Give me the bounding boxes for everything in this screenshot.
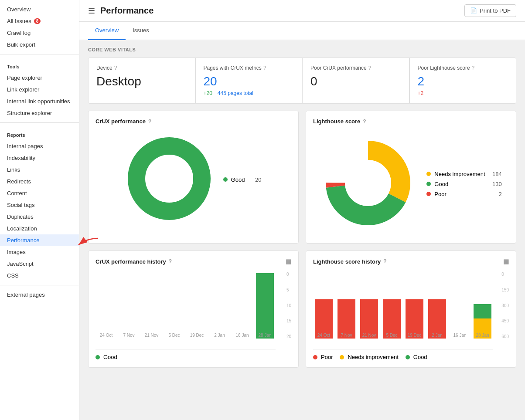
bar-wrap: 16 Jan <box>232 272 253 339</box>
sidebar-item-css[interactable]: CSS <box>0 270 79 281</box>
legend-label: Good <box>103 354 117 360</box>
sidebar-label: Content <box>7 190 27 196</box>
x-label: 21 Nov <box>362 333 376 338</box>
sidebar-item-overview[interactable]: Overview <box>0 3 79 15</box>
x-label: 2 Jan <box>432 333 442 338</box>
bar-wrap: 24 Oct <box>95 272 117 339</box>
crux-history-chart-icon[interactable]: ▦ <box>286 258 291 265</box>
sidebar-item-javascript[interactable]: JavaScript <box>0 258 79 270</box>
bar-wrap: 21 Nov <box>141 272 162 339</box>
legend-label: Good <box>434 181 448 187</box>
legend-label: Poor <box>321 354 333 360</box>
lighthouse-history-help-icon[interactable]: ? <box>383 258 386 264</box>
sidebar-label: Crawl log <box>7 30 31 36</box>
bar-wrap: 28 Jan <box>472 272 493 339</box>
sidebar-label: Page explorer <box>7 75 42 81</box>
svg-point-5 <box>353 168 383 198</box>
legend-dot <box>426 172 431 176</box>
bar-segment <box>256 273 274 339</box>
legend-label: Needs improvement <box>434 171 485 177</box>
sidebar-label: Social tags <box>7 202 35 208</box>
y-label: 600 <box>501 334 509 339</box>
card-value: 0 <box>310 75 401 88</box>
legend-count: 130 <box>489 181 502 187</box>
section-label: CORE WEB VITALS <box>88 47 516 52</box>
menu-icon[interactable]: ☰ <box>88 6 95 16</box>
sidebar-label: External pages <box>7 291 45 298</box>
tab-bar: OverviewIssues <box>79 22 525 40</box>
card-label: Pages with CrUX metrics ? <box>204 65 294 71</box>
legend-label: Good <box>413 354 427 360</box>
sidebar-item-internal-pages[interactable]: Internal pages <box>0 140 79 152</box>
x-label: 24 Oct <box>317 333 330 338</box>
y-label: 0 <box>286 272 291 277</box>
sidebar-item-performance[interactable]: Performance <box>0 234 79 246</box>
bar-wrap: 16 Jan <box>449 272 470 339</box>
x-label: 28 Jan <box>476 333 489 338</box>
card-help-icon[interactable]: ? <box>472 65 475 71</box>
bars-area: 24 Oct7 Nov21 Nov5 Dec19 Dec2 Jan16 Jan2… <box>313 272 493 349</box>
lighthouse-history-title: Lighthouse score history ? ▦ <box>313 258 509 265</box>
lighthouse-title-text: Lighthouse score <box>313 118 360 125</box>
legend-item: Needs improvement <box>340 354 398 360</box>
sidebar-label: Bulk export <box>7 41 35 48</box>
sidebar: OverviewAll Issues8Crawl logBulk export … <box>0 0 79 420</box>
sidebar-item-bulk-export[interactable]: Bulk export <box>0 39 79 51</box>
sidebar-item-page-explorer[interactable]: Page explorer <box>0 72 79 84</box>
print-to-pdf-button[interactable]: 📄 Print to PDF <box>464 4 516 17</box>
x-label: 5 Dec <box>168 333 180 338</box>
card-meta2[interactable]: 445 pages total <box>218 90 253 96</box>
sidebar-item-links[interactable]: Links <box>0 164 79 176</box>
tab-issues[interactable]: Issues <box>126 22 156 40</box>
bar-wrap: 7 Nov <box>336 272 357 339</box>
sidebar-item-crawl-log[interactable]: Crawl log <box>0 27 79 39</box>
print-icon: 📄 <box>470 7 477 14</box>
x-label: 16 Jan <box>235 333 249 338</box>
bar-wrap: 2 Jan <box>426 272 448 339</box>
card-help-icon[interactable]: ? <box>114 65 117 71</box>
card-help-icon[interactable]: ? <box>263 65 266 71</box>
sidebar-item-localization[interactable]: Localization <box>0 223 79 234</box>
sidebar-label: Images <box>7 249 26 255</box>
sidebar-label: Links <box>7 166 20 173</box>
sidebar-label: Link explorer <box>7 86 39 93</box>
lighthouse-help-icon[interactable]: ? <box>363 119 366 125</box>
lighthouse-history-legend: Poor Needs improvement Good <box>313 354 509 360</box>
sidebar-item-internal-link-opp[interactable]: Internal link opportunities <box>0 95 79 107</box>
card-help-icon[interactable]: ? <box>368 65 372 71</box>
sidebar-item-all-issues[interactable]: All Issues8 <box>0 15 79 27</box>
tools-section-header: Tools <box>0 58 79 72</box>
sidebar-item-social-tags[interactable]: Social tags <box>0 199 79 211</box>
sidebar-item-external-pages[interactable]: External pages <box>0 289 79 301</box>
sidebar-item-duplicates[interactable]: Duplicates <box>0 211 79 223</box>
sidebar-item-images[interactable]: Images <box>0 246 79 258</box>
bar-wrap: 24 Oct <box>313 272 334 339</box>
sidebar-label: CSS <box>7 272 19 279</box>
sidebar-item-redirects[interactable]: Redirects <box>0 176 79 187</box>
bar-wrap: 7 Nov <box>118 272 140 339</box>
legend-dot <box>406 355 410 359</box>
legend-item: Good 20 <box>223 176 262 183</box>
lighthouse-history-chart-icon[interactable]: ▦ <box>503 258 509 265</box>
y-label: 450 <box>501 318 509 323</box>
sidebar-item-link-explorer[interactable]: Link explorer <box>0 84 79 95</box>
bar-wrap: 28 Jan <box>254 272 276 339</box>
sidebar-item-content[interactable]: Content <box>0 187 79 199</box>
x-label: 5 Dec <box>386 333 397 338</box>
x-label: 19 Dec <box>408 333 422 338</box>
x-label: 24 Oct <box>100 333 112 338</box>
svg-point-1 <box>155 165 183 193</box>
card-poor-lighthouse: Poor Lighthouse score ? 2 +2 <box>410 58 516 103</box>
card-value: 2 <box>418 75 508 88</box>
x-label: 7 Nov <box>341 333 352 338</box>
main-content: ☰ Performance 📄 Print to PDF OverviewIss… <box>79 0 525 420</box>
crux-help-icon[interactable]: ? <box>148 119 151 125</box>
sidebar-item-indexability[interactable]: Indexability <box>0 152 79 164</box>
sidebar-item-structure-explorer[interactable]: Structure explorer <box>0 107 79 119</box>
crux-history-help-icon[interactable]: ? <box>169 258 172 264</box>
lighthouse-history-chart: 24 Oct7 Nov21 Nov5 Dec19 Dec2 Jan16 Jan2… <box>313 272 509 349</box>
card-meta1: +20 <box>204 90 212 96</box>
tab-overview[interactable]: Overview <box>88 22 126 40</box>
legend-item: Poor <box>313 354 333 360</box>
x-label: 28 Jan <box>258 333 271 338</box>
